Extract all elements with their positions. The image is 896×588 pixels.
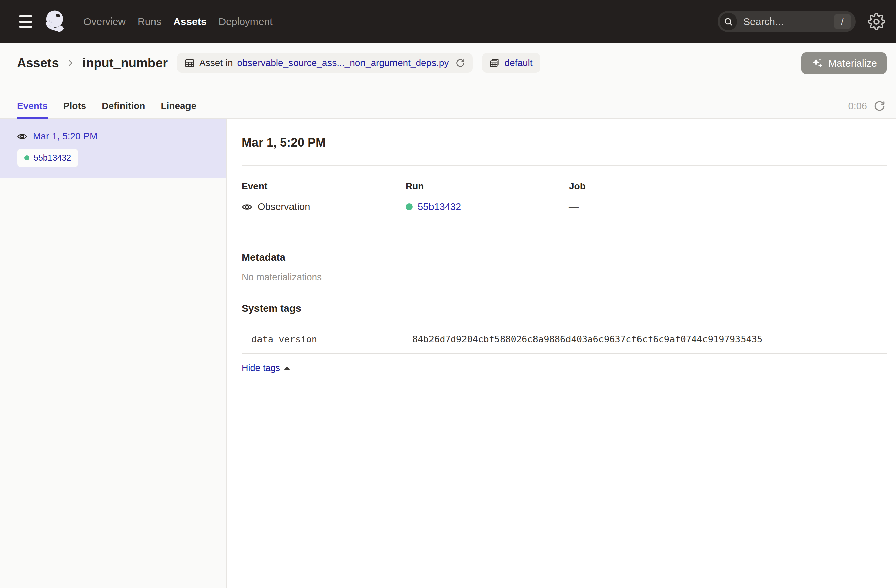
tab-definition[interactable]: Definition bbox=[102, 100, 145, 119]
materialize-label: Materialize bbox=[828, 58, 877, 69]
hide-tags-link[interactable]: Hide tags bbox=[242, 363, 291, 374]
tab-plots[interactable]: Plots bbox=[63, 100, 86, 119]
settings-gear-icon[interactable] bbox=[868, 13, 885, 30]
event-column-label: Event bbox=[242, 181, 405, 192]
tag-value-cell: 84b26d7d9204cbf588026c8a9886d403a6c9637c… bbox=[403, 325, 887, 353]
nav-assets[interactable]: Assets bbox=[173, 16, 206, 27]
main-nav: Overview Runs Assets Deployment bbox=[84, 16, 273, 27]
search-placeholder: Search... bbox=[743, 16, 834, 27]
menu-hamburger-icon[interactable] bbox=[19, 15, 32, 27]
event-list-sidebar: Mar 1, 5:20 PM 55b13432 bbox=[0, 119, 227, 588]
collapse-caret-icon bbox=[284, 366, 291, 370]
refresh-countdown: 0:06 bbox=[848, 100, 867, 112]
search-shortcut-key: / bbox=[834, 14, 851, 29]
nav-overview[interactable]: Overview bbox=[84, 16, 125, 27]
job-empty-value: — bbox=[569, 201, 579, 212]
system-tags-heading: System tags bbox=[242, 303, 887, 314]
run-id-label: 55b13432 bbox=[34, 153, 71, 163]
run-column: Run 55b13432 bbox=[405, 181, 569, 212]
chevron-right-icon bbox=[66, 58, 76, 68]
materialize-button[interactable]: Materialize bbox=[802, 52, 887, 74]
search-icon bbox=[720, 13, 737, 30]
table-grid-icon bbox=[184, 58, 195, 68]
top-navigation-bar: Overview Runs Assets Deployment Search..… bbox=[0, 0, 896, 43]
event-list-item-selected[interactable]: Mar 1, 5:20 PM 55b13432 bbox=[0, 119, 226, 178]
event-type-value: Observation bbox=[258, 201, 310, 212]
hide-tags-label: Hide tags bbox=[242, 363, 280, 374]
event-timestamp-link[interactable]: Mar 1, 5:20 PM bbox=[33, 131, 97, 141]
run-id-link[interactable]: 55b13432 bbox=[418, 201, 461, 212]
job-column-label: Job bbox=[569, 181, 887, 192]
tab-events[interactable]: Events bbox=[17, 100, 48, 119]
observation-eye-icon bbox=[17, 131, 27, 141]
asset-in-label: Asset in bbox=[199, 58, 233, 68]
events-content: Mar 1, 5:20 PM 55b13432 Mar 1, 5:20 PM E… bbox=[0, 119, 896, 588]
run-status-dot bbox=[24, 155, 29, 161]
repository-link[interactable]: default bbox=[504, 58, 532, 68]
sparkle-icon bbox=[811, 57, 824, 70]
tag-key-cell: data_version bbox=[242, 325, 403, 353]
event-detail-title: Mar 1, 5:20 PM bbox=[242, 135, 887, 150]
divider bbox=[242, 232, 887, 232]
event-detail-panel: Mar 1, 5:20 PM Event Observation Run bbox=[227, 119, 896, 588]
reload-definitions-icon[interactable] bbox=[456, 58, 465, 68]
tab-lineage[interactable]: Lineage bbox=[160, 100, 196, 119]
nav-runs[interactable]: Runs bbox=[138, 16, 161, 27]
observation-eye-icon bbox=[242, 202, 253, 212]
asset-page-header: Assets input_number Asset in observable_… bbox=[0, 43, 896, 119]
system-tags-table: data_version 84b26d7d9204cbf588026c8a988… bbox=[242, 325, 887, 354]
refresh-icon[interactable] bbox=[874, 100, 885, 112]
event-column: Event Observation bbox=[242, 181, 405, 212]
metadata-empty-text: No materializations bbox=[242, 272, 887, 283]
code-location-link[interactable]: observable_source_ass..._non_argument_de… bbox=[237, 58, 449, 68]
nav-deployment[interactable]: Deployment bbox=[218, 16, 272, 27]
run-status-dot bbox=[405, 203, 413, 210]
run-id-badge[interactable]: 55b13432 bbox=[17, 149, 78, 167]
job-column: Job — bbox=[569, 181, 887, 212]
page-title: input_number bbox=[82, 56, 168, 70]
breadcrumb-assets[interactable]: Assets bbox=[17, 56, 59, 70]
search-input[interactable]: Search... / bbox=[718, 11, 856, 32]
repository-tables-icon bbox=[489, 58, 500, 68]
asset-location-pill: Asset in observable_source_ass..._non_ar… bbox=[177, 53, 472, 73]
dagster-logo-icon[interactable] bbox=[43, 9, 68, 34]
auto-refresh-control: 0:06 bbox=[848, 100, 885, 112]
run-column-label: Run bbox=[405, 181, 569, 192]
metadata-heading: Metadata bbox=[242, 252, 887, 263]
breadcrumb: Assets input_number Asset in observable_… bbox=[17, 53, 896, 73]
repository-pill: default bbox=[482, 53, 540, 73]
event-summary-columns: Event Observation Run 55b13432 bbox=[242, 166, 887, 232]
asset-tabs: Events Plots Definition Lineage bbox=[17, 100, 196, 119]
